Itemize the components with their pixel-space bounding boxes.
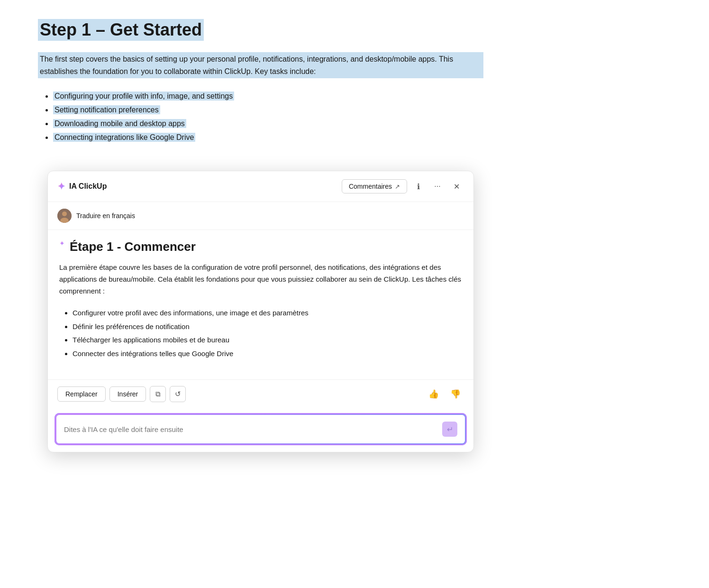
- main-paragraph: The first step covers the basics of sett…: [38, 52, 483, 78]
- avatar: [57, 209, 72, 223]
- send-button[interactable]: ↵: [442, 422, 457, 437]
- list-item: Connecting integrations like Google Driv…: [53, 131, 483, 145]
- ai-result-paragraph: La première étape couvre les bases de la…: [59, 262, 462, 297]
- external-link-icon: ↗: [395, 183, 400, 190]
- ai-list-item: Définir les préférences de notification: [73, 320, 462, 334]
- list-item: Setting notification preferences: [53, 103, 483, 117]
- ai-modal-actions: Commentaires ↗ ℹ ··· ✕: [342, 179, 464, 194]
- user-request-section: Traduire en français: [48, 202, 473, 230]
- close-button[interactable]: ✕: [449, 179, 464, 194]
- refresh-icon: ↺: [175, 390, 181, 398]
- copy-button[interactable]: ⧉: [150, 386, 166, 402]
- main-content: Step 1 – Get Started The first step cove…: [0, 0, 521, 175]
- ai-list-item: Configurer votre profil avec des informa…: [73, 306, 462, 320]
- more-options-button[interactable]: ···: [430, 179, 445, 194]
- send-icon: ↵: [447, 425, 453, 434]
- bullet-list: Configuring your profile with info, imag…: [38, 90, 483, 144]
- ai-result-title-row: ✦ Étape 1 - Commencer: [59, 239, 462, 254]
- insert-button[interactable]: Insérer: [109, 386, 146, 402]
- user-request-text: Traduire en français: [76, 212, 135, 220]
- ai-bullet-list: Configurer votre profil avec des informa…: [59, 306, 462, 360]
- ai-list-item: Connecter des intégrations telles que Go…: [73, 347, 462, 361]
- thumbs-down-icon: 👎: [450, 389, 461, 399]
- ai-list-item: Télécharger les applications mobiles et …: [73, 333, 462, 347]
- thumbs-down-button[interactable]: 👎: [447, 386, 464, 403]
- footer-left-actions: Remplacer Insérer ⧉ ↺: [57, 386, 186, 402]
- copy-icon: ⧉: [155, 390, 161, 398]
- ai-input[interactable]: [64, 425, 442, 433]
- ai-input-section: ↵: [48, 410, 473, 452]
- ai-result-title: Étape 1 - Commencer: [70, 239, 196, 254]
- thumbs-up-icon: 👍: [428, 389, 439, 399]
- ai-modal-footer: Remplacer Insérer ⧉ ↺ 👍 👎: [48, 379, 473, 410]
- sparkle-result-icon: ✦: [59, 239, 65, 247]
- ai-modal-title: ✦ IA ClickUp: [57, 181, 107, 192]
- ai-modal-header: ✦ IA ClickUp Commentaires ↗ ℹ ··· ✕: [48, 171, 473, 202]
- list-item: Downloading mobile and desktop apps: [53, 117, 483, 131]
- commentaires-label: Commentaires: [349, 183, 392, 190]
- replace-button[interactable]: Remplacer: [57, 386, 106, 402]
- ai-input-wrapper: ↵: [55, 414, 466, 444]
- main-title: Step 1 – Get Started: [38, 19, 204, 41]
- list-item: Configuring your profile with info, imag…: [53, 90, 483, 103]
- ai-modal-title-text: IA ClickUp: [69, 182, 107, 191]
- svg-point-1: [62, 211, 67, 216]
- refresh-button[interactable]: ↺: [170, 386, 186, 402]
- info-button[interactable]: ℹ: [411, 179, 426, 194]
- thumbs-up-button[interactable]: 👍: [425, 386, 442, 403]
- sparkle-icon: ✦: [57, 181, 65, 192]
- ai-modal-body: ✦ Étape 1 - Commencer La première étape …: [48, 230, 473, 379]
- commentaires-button[interactable]: Commentaires ↗: [342, 179, 407, 193]
- ai-modal: ✦ IA ClickUp Commentaires ↗ ℹ ··· ✕ Trad…: [47, 171, 474, 452]
- footer-right-actions: 👍 👎: [425, 386, 464, 403]
